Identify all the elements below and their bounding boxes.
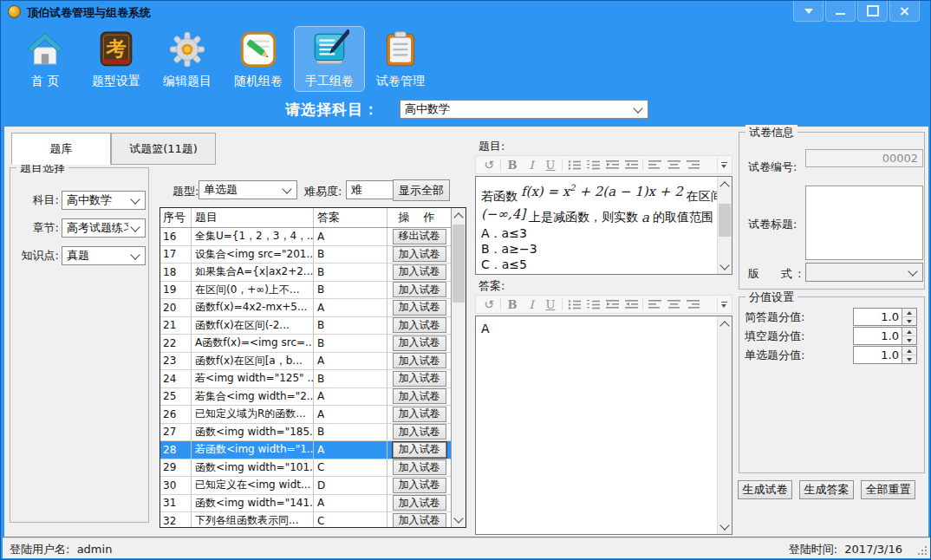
toolbar-more-icon[interactable]: [717, 297, 730, 311]
undo-icon[interactable]: ↺: [479, 296, 498, 312]
underline-icon[interactable]: U: [541, 296, 560, 312]
toolbar-item-home[interactable]: 首 页: [10, 26, 81, 92]
align-left-icon[interactable]: [645, 296, 664, 312]
filter-knowledge-dropdown[interactable]: 真题: [62, 246, 146, 265]
table-row[interactable]: 29 函数<img width="101... C 加入试卷: [160, 459, 451, 478]
scroll-track[interactable]: [452, 223, 466, 512]
table-row[interactable]: 21 函数f(x)在区间(-2... B 加入试卷: [160, 317, 451, 335]
outdent-icon[interactable]: [602, 157, 622, 173]
tab-question-bank[interactable]: 题库: [11, 133, 111, 165]
align-right-icon[interactable]: [683, 296, 702, 312]
type-filter-dropdown[interactable]: 单选题: [199, 180, 297, 199]
toolbar-item-question-type[interactable]: 考 题型设置: [81, 26, 152, 92]
toolbar-item-random-paper[interactable]: 随机组卷: [223, 26, 294, 92]
row-action-button[interactable]: 加入试卷: [393, 495, 446, 511]
spin-up-button[interactable]: [902, 347, 916, 355]
filter-chapter-dropdown[interactable]: 高考试题练习: [62, 218, 146, 238]
scroll-up-button[interactable]: [452, 208, 466, 223]
question-editor-content[interactable]: 若函数 f(x) = x2 + 2(a − 1)x + 2 在区间 (−∞,4]…: [476, 177, 717, 274]
row-action-button[interactable]: 加入试卷: [393, 478, 446, 493]
table-row[interactable]: 24 若<img width="125" ... B 加入试卷: [160, 370, 451, 388]
table-row[interactable]: 26 已知定义域为R的函数... A 加入试卷: [160, 406, 451, 424]
align-center-icon[interactable]: [664, 157, 683, 173]
row-action-button[interactable]: 加入试卷: [393, 424, 446, 440]
row-action-button[interactable]: 加入试卷: [393, 407, 446, 422]
scroll-down-button[interactable]: [452, 512, 466, 527]
bold-icon[interactable]: B: [503, 296, 522, 312]
row-action-button[interactable]: 加入试卷: [393, 317, 446, 333]
spin-up-button[interactable]: [902, 328, 916, 335]
table-row[interactable]: 30 已知定义在<img widt... D 加入试卷: [160, 477, 451, 495]
scroll-thumb[interactable]: [719, 204, 731, 237]
table-row[interactable]: 32 下列各组函数表示同... C 加入试卷: [160, 512, 451, 527]
toolbar-item-edit-question[interactable]: 编辑题目: [152, 26, 223, 92]
answer-editor-scrollbar[interactable]: [717, 316, 732, 534]
paper-layout-dropdown[interactable]: [805, 263, 923, 282]
spin-down-button[interactable]: [902, 316, 916, 325]
table-row[interactable]: 19 在区间(0，+∞)上不... B 加入试卷: [160, 282, 451, 300]
paper-title-input[interactable]: [805, 186, 923, 260]
align-left-icon[interactable]: [645, 157, 664, 173]
bullet-list-icon[interactable]: [564, 157, 583, 173]
tab-question-basket[interactable]: 试题篮(11题): [111, 133, 216, 165]
spin-down-button[interactable]: [902, 335, 916, 344]
row-action-button[interactable]: 加入试卷: [393, 459, 446, 475]
table-row[interactable]: 27 函数<img width="185... B 加入试卷: [160, 424, 451, 442]
short-answer-score-spinner[interactable]: 1.0: [853, 308, 917, 326]
table-row[interactable]: 18 如果集合A={x|ax2+2... B 加入试卷: [160, 264, 451, 282]
close-button[interactable]: ×: [889, 1, 920, 22]
spin-down-button[interactable]: [902, 355, 916, 363]
table-row[interactable]: 28 若函数<img width="1... A 加入试卷: [160, 441, 451, 459]
scroll-up-button[interactable]: [718, 177, 732, 192]
generate-paper-button[interactable]: 生成试卷: [738, 480, 792, 499]
underline-icon[interactable]: U: [541, 157, 560, 173]
row-action-button[interactable]: 加入试卷: [393, 353, 446, 368]
reset-all-button[interactable]: 全部重置: [861, 480, 915, 499]
scroll-thumb[interactable]: [452, 225, 465, 303]
subject-select-dropdown[interactable]: 高中数学: [400, 100, 648, 119]
answer-editor-content[interactable]: A: [476, 316, 717, 534]
show-all-button[interactable]: 显示全部: [393, 179, 450, 201]
bullet-list-icon[interactable]: [564, 296, 583, 312]
table-row[interactable]: 17 设集合<img src="201... B 加入试卷: [160, 246, 451, 264]
indent-icon[interactable]: [622, 157, 641, 173]
row-action-button[interactable]: 加入试卷: [393, 264, 446, 280]
scroll-up-button[interactable]: [718, 316, 732, 331]
align-center-icon[interactable]: [664, 296, 683, 312]
bold-icon[interactable]: B: [503, 157, 522, 173]
row-action-button[interactable]: 加入试卷: [393, 335, 446, 351]
table-row[interactable]: 31 函数<img width="141... A 加入试卷: [160, 495, 451, 513]
table-row[interactable]: 25 若集合<img width="2... A 加入试卷: [160, 388, 451, 407]
align-right-icon[interactable]: [683, 157, 702, 173]
maximize-button[interactable]: [857, 1, 888, 22]
filter-subject-dropdown[interactable]: 高中数学: [62, 191, 146, 210]
fill-blank-score-spinner[interactable]: 1.0: [853, 327, 917, 345]
undo-icon[interactable]: ↺: [479, 157, 498, 173]
toolbar-more-icon[interactable]: [717, 158, 730, 172]
row-action-button[interactable]: 加入试卷: [393, 371, 446, 387]
skin-menu-button[interactable]: [793, 1, 824, 22]
row-action-button[interactable]: 加入试卷: [393, 300, 446, 316]
outdent-icon[interactable]: [602, 296, 622, 312]
row-action-button[interactable]: 加入试卷: [393, 442, 446, 458]
generate-answer-button[interactable]: 生成答案: [799, 480, 854, 499]
italic-icon[interactable]: I: [522, 296, 541, 312]
row-action-button[interactable]: 加入试卷: [393, 246, 446, 262]
spin-up-button[interactable]: [902, 309, 916, 316]
toolbar-item-paper-manage[interactable]: 试卷管理: [365, 26, 436, 92]
single-choice-score-spinner[interactable]: 1.0: [853, 346, 917, 364]
paper-number-input[interactable]: 00002: [805, 149, 923, 167]
question-editor-scrollbar[interactable]: [717, 177, 732, 274]
toolbar-item-manual-paper[interactable]: 手工组卷: [294, 26, 365, 92]
row-action-button[interactable]: 加入试卷: [393, 513, 446, 527]
scroll-track[interactable]: [718, 331, 732, 519]
scroll-track[interactable]: [718, 192, 732, 259]
scroll-down-button[interactable]: [718, 519, 732, 534]
row-action-button[interactable]: 移出试卷: [393, 229, 446, 244]
row-action-button[interactable]: 加入试卷: [393, 388, 446, 404]
indent-icon[interactable]: [622, 296, 641, 312]
numbered-list-icon[interactable]: [583, 157, 602, 173]
resize-grip-icon[interactable]: [917, 545, 928, 556]
row-action-button[interactable]: 加入试卷: [393, 282, 446, 297]
minimize-button[interactable]: [825, 1, 856, 22]
